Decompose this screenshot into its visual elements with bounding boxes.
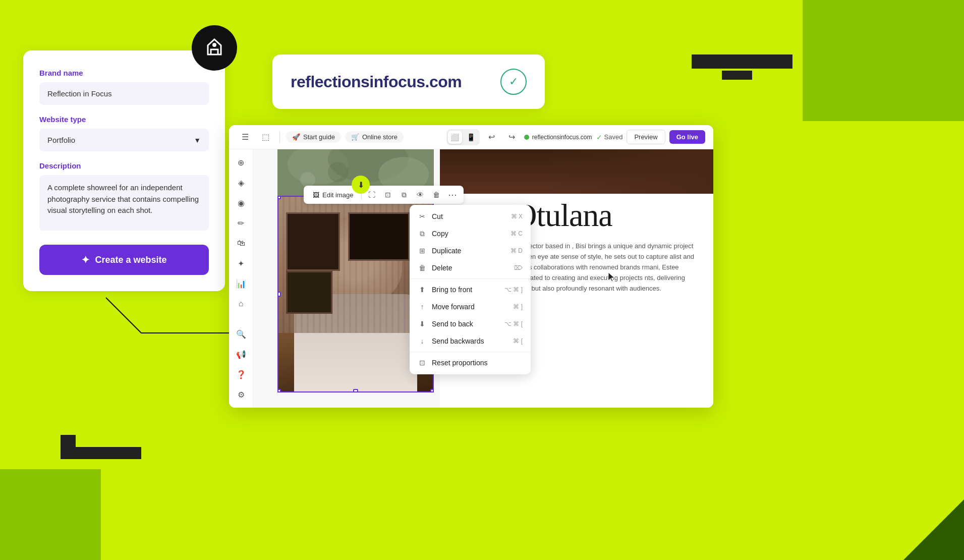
- top-photo-strip: [440, 149, 713, 194]
- pages-icon-button[interactable]: ⬚: [257, 129, 273, 145]
- cut-shortcut: ⌘ X: [511, 213, 523, 220]
- move-forward-icon: ↑: [418, 302, 427, 311]
- marketing-button[interactable]: 📢: [232, 345, 250, 363]
- context-menu-delete[interactable]: 🗑 Delete ⌦: [410, 259, 531, 276]
- send-backwards-icon: ↓: [418, 337, 427, 346]
- ai-button[interactable]: ◉: [232, 194, 250, 212]
- cursor-pointer: [606, 271, 618, 284]
- preview-button[interactable]: Preview: [627, 130, 665, 144]
- help-button[interactable]: ❓: [232, 365, 250, 383]
- cut-icon: ✂: [418, 212, 427, 221]
- domain-text: reflectionsinfocus.com: [291, 73, 462, 91]
- send-backwards-shortcut: ⌘ [: [513, 338, 523, 345]
- send-back-icon: ⬇: [418, 319, 427, 328]
- handle-bl[interactable]: [277, 389, 281, 393]
- settings-button[interactable]: ⚙: [232, 385, 250, 404]
- context-menu-reset-proportions[interactable]: ⊡ Reset proportions: [410, 354, 531, 371]
- mobile-device-button[interactable]: 📱: [464, 131, 478, 144]
- website-type-select[interactable]: Portfolio Blog E-commerce Business: [39, 129, 209, 151]
- edit-button[interactable]: ✏: [232, 214, 250, 232]
- store-sidebar-button[interactable]: 🛍: [232, 234, 250, 252]
- online-store-button[interactable]: 🛒 Online store: [345, 131, 404, 143]
- saved-label: Saved: [604, 133, 623, 141]
- desktop-device-button[interactable]: ⬜: [448, 131, 462, 144]
- context-menu-move-forward[interactable]: ↑ Move forward ⌘ ]: [410, 298, 531, 315]
- logo-icon: [202, 35, 227, 61]
- edit-image-icon: 🖼: [313, 191, 319, 199]
- handle-bm[interactable]: [353, 389, 358, 393]
- online-store-label: Online store: [362, 133, 398, 141]
- url-text: reflectionsinfocus.com: [532, 134, 592, 141]
- saved-indicator: ✓ Saved: [596, 133, 623, 141]
- menu-icon-button[interactable]: ☰: [237, 129, 253, 145]
- context-menu-send-backwards[interactable]: ↓ Send backwards ⌘ [: [410, 332, 531, 350]
- duplicate-label: Duplicate: [432, 247, 505, 255]
- bg-rect-dark-3: [61, 447, 141, 459]
- toolbar-separator-1: [279, 131, 280, 143]
- send-back-label: Send to back: [432, 320, 499, 328]
- crop-image-button[interactable]: ⊡: [381, 188, 395, 202]
- brand-label: Brand name: [39, 69, 209, 77]
- analytics-button[interactable]: 📊: [232, 274, 250, 293]
- redo-button[interactable]: ↪: [504, 129, 520, 145]
- undo-button[interactable]: ↩: [484, 129, 500, 145]
- bg-decoration-bottom-left: [0, 469, 101, 560]
- brand-input[interactable]: [39, 82, 209, 105]
- edit-image-button[interactable]: 🖼 Edit image: [308, 189, 358, 201]
- start-guide-label: Start guide: [303, 133, 335, 141]
- bg-triangle: [903, 499, 964, 560]
- sparkle-icon: ✦: [81, 254, 90, 266]
- domain-card: reflectionsinfocus.com ✓: [272, 54, 545, 109]
- go-live-button[interactable]: Go live: [669, 130, 705, 144]
- send-backwards-label: Send backwards: [432, 337, 508, 345]
- cut-label: Cut: [432, 212, 506, 220]
- svg-point-5: [328, 162, 348, 182]
- context-menu-cut[interactable]: ✂ Cut ⌘ X: [410, 208, 531, 225]
- bring-front-shortcut: ⌥ ⌘ ]: [504, 286, 523, 293]
- translate-button[interactable]: ⌂: [232, 295, 250, 313]
- delete-label: Delete: [432, 264, 509, 272]
- search-sidebar-button[interactable]: 🔍: [232, 325, 250, 343]
- image-toolbar: 🖼 Edit image ⛶ ⊡ ⧉ 👁 🗑 ⋯: [304, 186, 464, 204]
- edit-image-label: Edit image: [322, 191, 353, 199]
- editor-toolbar: ☰ ⬚ 🚀 Start guide 🛒 Online store ⬜ 📱 ↩ ↪…: [229, 125, 713, 149]
- handle-ml[interactable]: [277, 292, 281, 297]
- description-label: Description: [39, 161, 209, 170]
- svg-point-6: [300, 172, 315, 187]
- toolbar-url: reflectionsinfocus.com: [524, 134, 592, 141]
- context-menu-copy[interactable]: ⧉ Copy ⌘ C: [410, 225, 531, 242]
- duplicate-image-button[interactable]: ⧉: [397, 188, 411, 202]
- url-live-dot: [524, 135, 529, 140]
- duplicate-icon: ⊞: [418, 246, 427, 255]
- start-guide-button[interactable]: 🚀 Start guide: [286, 131, 341, 143]
- form-card: Brand name Website type Portfolio Blog E…: [23, 50, 225, 291]
- svg-point-0: [212, 43, 216, 47]
- bg-rect-dark-4: [61, 435, 76, 447]
- context-menu-sep-1: [410, 278, 531, 279]
- editor-main: 🖼 Edit image ⛶ ⊡ ⧉ 👁 🗑 ⋯ ⬇: [253, 149, 713, 408]
- description-textarea[interactable]: A complete showreel for an independent p…: [39, 175, 209, 231]
- sections-button[interactable]: ◈: [232, 174, 250, 192]
- reset-proportions-icon: ⊡: [418, 358, 427, 367]
- editor-panel: ☰ ⬚ 🚀 Start guide 🛒 Online store ⬜ 📱 ↩ ↪…: [229, 125, 713, 408]
- website-type-label: Website type: [39, 115, 209, 124]
- send-back-shortcut: ⌥ ⌘ [: [504, 320, 523, 327]
- context-menu-send-back[interactable]: ⬇ Send to back ⌥ ⌘ [: [410, 315, 531, 332]
- context-menu: ✂ Cut ⌘ X ⧉ Copy ⌘ C ⊞ Duplicate ⌘ D 🗑 D…: [410, 205, 531, 374]
- bring-front-label: Bring to front: [432, 286, 499, 294]
- copy-icon: ⧉: [418, 229, 427, 238]
- eye-image-button[interactable]: 👁: [413, 188, 427, 202]
- magic-button[interactable]: ✦: [232, 254, 250, 272]
- more-options-button[interactable]: ⋯: [445, 188, 460, 202]
- create-website-button[interactable]: ✦ Create a website: [39, 245, 209, 275]
- context-menu-bring-front[interactable]: ⬆ Bring to front ⌥ ⌘ ]: [410, 281, 531, 298]
- delete-shortcut: ⌦: [514, 264, 523, 271]
- handle-tl[interactable]: [277, 196, 281, 199]
- bring-front-icon: ⬆: [418, 285, 427, 294]
- handle-br[interactable]: [430, 389, 434, 393]
- context-menu-sep-2: [410, 352, 531, 352]
- add-element-button[interactable]: ⊕: [232, 153, 250, 172]
- move-forward-shortcut: ⌘ ]: [513, 303, 523, 310]
- context-menu-duplicate[interactable]: ⊞ Duplicate ⌘ D: [410, 242, 531, 259]
- delete-image-button[interactable]: 🗑: [429, 188, 443, 202]
